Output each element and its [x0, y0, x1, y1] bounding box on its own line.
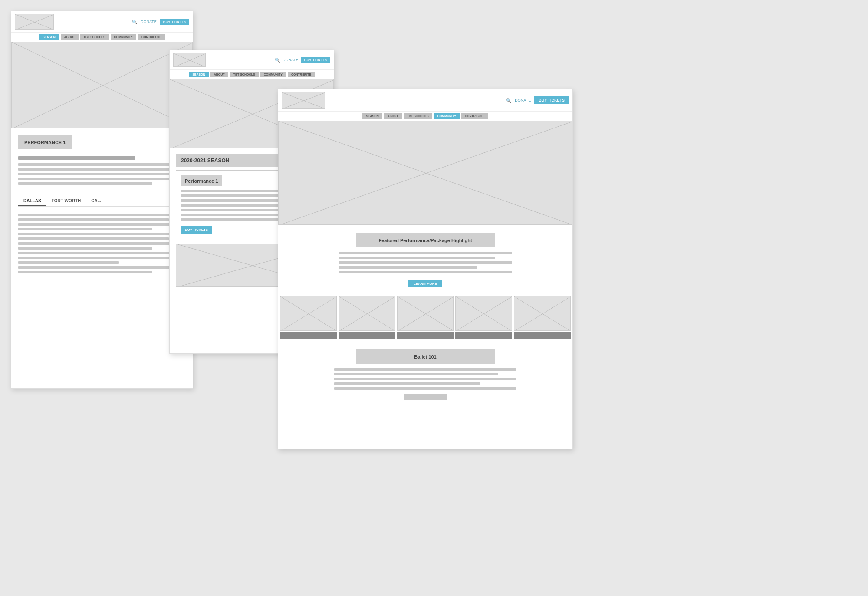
svg-line-2 [12, 42, 192, 128]
hero-image-3 [278, 121, 572, 225]
search-icon-1[interactable]: 🔍 [132, 20, 137, 24]
svg-line-10 [282, 92, 325, 108]
performance-title-1: PERFORMANCE 1 [24, 140, 66, 145]
learn-more-btn-3[interactable]: LEARN MORE [408, 280, 442, 287]
tab-tbt-schools-2[interactable]: TBT SCHOOLS [230, 72, 259, 77]
hero-image-1 [11, 42, 193, 128]
svg-line-0 [15, 14, 53, 29]
ballet-title-3: Ballet 101 [414, 354, 436, 359]
wireframe-card-1: 🔍 DONATE BUY TICKETS SEASON ABOUT TBT SC… [11, 11, 193, 389]
search-icon-2[interactable]: 🔍 [275, 58, 280, 63]
svg-line-22 [514, 296, 570, 330]
thumbnail-grid-3 [280, 296, 571, 339]
svg-line-4 [174, 53, 205, 66]
thumb-img-4 [455, 296, 512, 331]
thumbnail-2 [339, 296, 395, 339]
logo-placeholder-1 [15, 14, 54, 30]
thumb-img-1 [280, 296, 337, 331]
buy-tickets-btn-2[interactable]: BUY TICKETS [301, 57, 330, 63]
thumb-img-2 [339, 296, 395, 331]
tab-community-2[interactable]: COMMUNITY [260, 72, 286, 77]
svg-line-14 [280, 296, 336, 330]
season-title-2: 2020-2021 SEASON [181, 158, 229, 164]
donate-link-1[interactable]: DONATE [141, 20, 157, 24]
performance-card-title-2: Performance 1 [185, 178, 218, 184]
thumbnail-5 [514, 296, 571, 339]
thumbnail-3 [397, 296, 454, 339]
tab-tbt-schools-3[interactable]: TBT SCHOOLS [404, 113, 432, 119]
buy-tickets-btn-3[interactable]: BUY TICKETS [534, 96, 569, 104]
tab-nav-1: SEASON ABOUT TBT SCHOOLS COMMUNITY CONTR… [11, 33, 193, 42]
search-icon-3[interactable]: 🔍 [506, 98, 511, 103]
thumb-img-5 [514, 296, 571, 331]
logo-placeholder-2 [173, 53, 206, 67]
tab-community-1[interactable]: COMMUNITY [111, 34, 136, 40]
tab-season-3[interactable]: SEASON [362, 113, 382, 119]
donate-link-2[interactable]: DONATE [283, 58, 299, 62]
tab-nav-2: SEASON ABOUT TBT SCHOOLS COMMUNITY CONTR… [170, 70, 334, 79]
wireframe-card-3: 🔍 DONATE BUY TICKETS SEASON ABOUT TBT SC… [278, 89, 573, 449]
svg-line-18 [398, 296, 454, 330]
buy-tickets-card-btn-2[interactable]: BUY TICKETS [181, 226, 212, 234]
svg-line-16 [339, 296, 395, 330]
tab-contribute-2[interactable]: CONTRIBUTE [288, 72, 315, 77]
tab-nav-3: SEASON ABOUT TBT SCHOOLS COMMUNITY CONTR… [278, 112, 572, 121]
thumb-img-3 [397, 296, 454, 331]
tab-contribute-1[interactable]: CONTRIBUTE [138, 34, 165, 40]
buy-tickets-btn-1[interactable]: BUY TICKETS [160, 19, 189, 25]
featured-title-3: Featured Performance/Package Highlight [378, 238, 472, 243]
tab-season-2[interactable]: SEASON [189, 72, 209, 77]
tab-about-1[interactable]: ABOUT [61, 34, 79, 40]
thumbnail-1 [280, 296, 337, 339]
tab-contribute-3[interactable]: CONTRIBUTE [461, 113, 488, 119]
city-tab-ca[interactable]: CA... [86, 197, 106, 206]
city-tab-dallas[interactable]: DALLAS [18, 197, 46, 206]
tab-season-1[interactable]: SEASON [39, 34, 59, 40]
logo-placeholder-3 [282, 92, 325, 109]
tab-community-3[interactable]: COMMUNITY [434, 113, 460, 119]
svg-line-12 [279, 121, 572, 224]
svg-line-20 [456, 296, 512, 330]
thumbnail-4 [455, 296, 512, 339]
tab-about-2[interactable]: ABOUT [210, 72, 228, 77]
tab-about-3[interactable]: ABOUT [384, 113, 402, 119]
donate-link-3[interactable]: DONATE [515, 98, 531, 102]
tab-tbt-schools-1[interactable]: TBT SCHOOLS [80, 34, 109, 40]
city-tab-fortworth[interactable]: FORT WORTH [46, 197, 86, 206]
city-tabs-1: DALLAS FORT WORTH CA... [18, 197, 186, 207]
